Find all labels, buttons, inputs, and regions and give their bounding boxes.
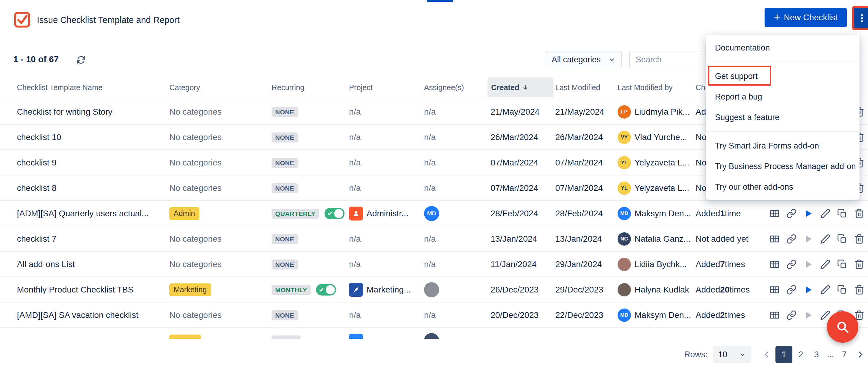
next-page-icon[interactable] (855, 350, 865, 359)
report-grid-icon[interactable] (769, 259, 780, 270)
edit-icon[interactable] (820, 259, 831, 270)
page-button-7[interactable]: 7 (837, 346, 852, 363)
col-header-assignee[interactable]: Assignee(s) (424, 75, 488, 99)
report-grid-icon[interactable] (769, 285, 780, 295)
toggle-knob (326, 285, 335, 294)
edit-icon[interactable] (820, 208, 831, 219)
recurring-badge: NONE (272, 310, 298, 320)
project-value: n/a (349, 234, 361, 244)
template-name[interactable]: [ADM][SA] Quarterly users actual... (17, 209, 149, 218)
created-date: 28/Feb/2024 (491, 201, 551, 226)
menu-item-try-business-process-manager[interactable]: Try Business Process Manager add-on (706, 156, 860, 177)
checklist-added-cell: Added 1 time (695, 201, 766, 226)
duplicate-icon[interactable] (837, 234, 847, 244)
delete-icon[interactable] (854, 259, 864, 270)
assignee-value: n/a (424, 260, 436, 269)
menu-item-get-support[interactable]: Get support (706, 66, 860, 87)
run-checklist-icon[interactable] (803, 259, 813, 270)
recurring-badge: NONE (272, 158, 298, 168)
table-row[interactable]: Monthly Product Checklist TBS Marketing … (0, 277, 868, 303)
page-button-1[interactable]: 1 (775, 346, 793, 363)
table-row[interactable]: [ADM][SA] Quarterly users actual... Admi… (0, 201, 868, 226)
project-avatar (349, 283, 363, 297)
recurring-badge: NONE (272, 260, 298, 270)
duplicate-icon[interactable] (837, 259, 847, 270)
delete-icon[interactable] (854, 208, 864, 219)
user-name: Lidiia Bychk... (634, 260, 687, 269)
col-header-recurring[interactable]: Recurring (272, 75, 347, 99)
edit-icon[interactable] (820, 234, 831, 244)
new-checklist-label: New Checklist (784, 13, 837, 22)
run-checklist-icon[interactable] (803, 234, 813, 244)
edit-icon[interactable] (820, 285, 831, 295)
chevron-down-icon (739, 350, 746, 359)
rows-per-page-select[interactable]: 10 (713, 346, 751, 363)
template-name[interactable]: checklist 10 (17, 132, 61, 142)
run-checklist-icon[interactable] (803, 310, 813, 320)
col-header-project[interactable]: Project (349, 75, 422, 99)
partial-category-badge (169, 335, 201, 339)
category-badge: Marketing (169, 283, 211, 296)
page-ellipsis: ... (825, 346, 836, 363)
recurring-toggle[interactable] (324, 208, 344, 219)
template-name[interactable]: [AMD][SA] SA vacation checklist (17, 310, 138, 320)
assignee-value: n/a (424, 183, 436, 193)
template-name[interactable]: checklist 8 (17, 183, 57, 193)
more-actions-button[interactable] (854, 8, 868, 28)
recurring-badge: NONE (272, 107, 298, 117)
assignee-value: n/a (424, 234, 436, 244)
report-grid-icon[interactable] (769, 234, 780, 244)
report-grid-icon[interactable] (769, 208, 780, 219)
run-checklist-icon[interactable] (803, 285, 813, 295)
checklist-added-cell: Added 2 times (695, 303, 766, 328)
table-row[interactable]: All add-ons List No categories NONE n/a … (0, 252, 868, 277)
template-name[interactable]: checklist 7 (17, 234, 57, 244)
run-checklist-icon[interactable] (803, 208, 813, 219)
menu-item-try-smart-jira-forms[interactable]: Try Smart Jira Forms add-on (706, 135, 860, 156)
template-name[interactable]: Monthly Product Checklist TBS (17, 285, 133, 295)
table-row[interactable]: [AMD][SA] SA vacation checklist No categ… (0, 303, 868, 328)
copy-link-icon[interactable] (786, 259, 797, 270)
menu-item-try-other-addons[interactable]: Try our other add-ons (706, 177, 860, 197)
menu-item-documentation[interactable]: Documentation (706, 37, 860, 58)
col-header-modified[interactable]: Last Modified (555, 75, 615, 99)
template-name[interactable]: checklist 9 (17, 158, 57, 167)
template-name[interactable]: Checklist for writing Story (17, 107, 113, 117)
page-button-2[interactable]: 2 (794, 346, 808, 363)
copy-link-icon[interactable] (786, 234, 797, 244)
assignee-value: n/a (424, 132, 436, 142)
recurring-toggle[interactable] (316, 284, 336, 296)
user-avatar: LP (618, 105, 631, 119)
user-avatar: YL (618, 182, 631, 195)
table-row[interactable]: checklist 7 No categories NONE n/a n/a 1… (0, 226, 868, 252)
col-header-modified-by[interactable]: Last Modified by (618, 75, 694, 99)
duplicate-icon[interactable] (837, 208, 847, 219)
recurring-badge: QUARTERLY (272, 209, 319, 219)
new-checklist-button[interactable]: + New Checklist (765, 8, 847, 27)
refresh-icon[interactable] (76, 55, 86, 65)
duplicate-icon[interactable] (837, 285, 847, 295)
help-bubble-button[interactable] (827, 311, 858, 343)
category-filter-select[interactable]: All categories (546, 51, 622, 68)
report-grid-icon[interactable] (769, 310, 780, 320)
col-header-category[interactable]: Category (169, 75, 269, 99)
delete-icon[interactable] (854, 234, 864, 244)
template-name[interactable]: All add-ons List (17, 260, 75, 269)
delete-icon[interactable] (854, 285, 864, 295)
page-button-3[interactable]: 3 (809, 346, 824, 363)
project-value: n/a (349, 132, 361, 142)
results-count: 1 - 10 of 67 (13, 55, 59, 64)
copy-link-icon[interactable] (786, 208, 797, 219)
menu-item-report-a-bug[interactable]: Report a bug (706, 87, 860, 107)
copy-link-icon[interactable] (786, 285, 797, 295)
col-header-name[interactable]: Checklist Template Name (17, 75, 162, 99)
user-name: Halyna Kudlak (634, 285, 689, 295)
row-actions (769, 201, 866, 226)
prev-page-icon[interactable] (762, 350, 772, 359)
menu-item-suggest-a-feature[interactable]: Suggest a feature (706, 107, 860, 128)
copy-link-icon[interactable] (786, 310, 797, 320)
menu-divider (706, 131, 860, 132)
recurring-badge: NONE (272, 183, 298, 193)
menu-divider (706, 62, 860, 62)
col-header-created[interactable]: Created (488, 78, 554, 97)
